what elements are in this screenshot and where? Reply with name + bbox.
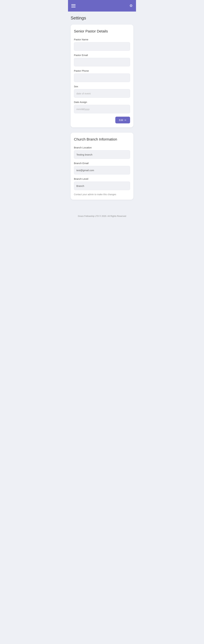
branch-location-group: Branch Location [74, 146, 130, 159]
senior-pastor-card: Senior Pastor Details Pastor Name Pastor… [71, 24, 133, 127]
branch-level-input[interactable] [74, 182, 130, 190]
pastor-name-group: Pastor Name [74, 38, 130, 51]
edit-pencil-icon: ✏ [124, 119, 126, 122]
page-title: Settings [71, 16, 133, 20]
edit-button[interactable]: Edit ✏ [115, 117, 130, 124]
date-assign-input[interactable] [74, 105, 130, 113]
pastor-name-label: Pastor Name [74, 38, 130, 41]
pastor-phone-label: Pastor Phone [74, 69, 130, 72]
date-assign-group: Date Assign [74, 101, 130, 113]
church-branch-card-title: Church Branch Information [74, 137, 130, 142]
pastor-phone-input[interactable] [74, 74, 130, 82]
edit-button-row: Edit ✏ [74, 117, 130, 124]
sex-input[interactable] [74, 89, 130, 98]
footer: Grace Fellowship LTD © 2020. All Rights … [68, 212, 136, 222]
branch-email-input[interactable] [74, 166, 130, 174]
page-content: Settings Senior Pastor Details Pastor Na… [68, 12, 136, 212]
pastor-email-group: Pastor Email [74, 54, 130, 66]
gear-icon[interactable]: ⚙ [129, 4, 133, 8]
branch-location-label: Branch Location [74, 146, 130, 149]
edit-button-label: Edit [119, 118, 123, 122]
date-assign-label: Date Assign [74, 101, 130, 104]
pastor-name-input[interactable] [74, 42, 130, 51]
branch-level-group: Branch Level [74, 178, 130, 190]
branch-email-label: Branch Email [74, 162, 130, 164]
branch-location-input[interactable] [74, 150, 130, 159]
sex-group: Sex [74, 85, 130, 98]
menu-icon[interactable] [71, 4, 76, 8]
senior-pastor-card-title: Senior Pastor Details [74, 29, 130, 34]
branch-email-group: Branch Email [74, 162, 130, 174]
church-branch-card: Church Branch Information Branch Locatio… [71, 132, 133, 200]
app-header: ⚙ [68, 0, 136, 12]
footer-text: Grace Fellowship LTD © 2020. All Rights … [78, 215, 126, 217]
admin-note: Contact your admin to make this changes [74, 193, 130, 196]
pastor-email-input[interactable] [74, 58, 130, 66]
branch-level-label: Branch Level [74, 178, 130, 180]
sex-label: Sex [74, 85, 130, 88]
pastor-phone-group: Pastor Phone [74, 69, 130, 82]
pastor-email-label: Pastor Email [74, 54, 130, 56]
